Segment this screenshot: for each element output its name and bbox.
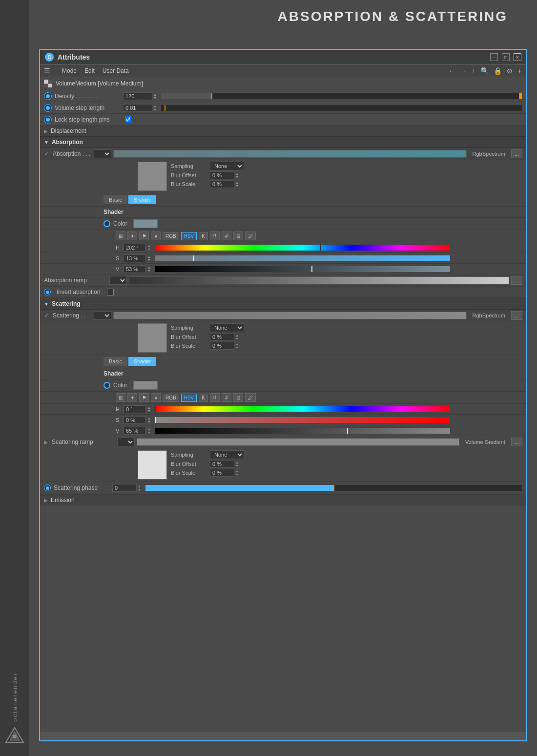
- scattering-ramp-dropdown[interactable]: ▼: [117, 438, 135, 446]
- scattering-phase-input[interactable]: [112, 484, 137, 492]
- scattering-section-header[interactable]: ▼ Scattering: [40, 298, 526, 310]
- scat-icon-star[interactable]: ✦: [127, 393, 137, 402]
- menu-edit[interactable]: Edit: [84, 67, 95, 74]
- volume-step-slider[interactable]: [161, 105, 522, 111]
- scattering-phase-slider[interactable]: [145, 484, 522, 491]
- abs-h-input[interactable]: [124, 244, 145, 252]
- absorption-mode-dropdown[interactable]: ▼: [94, 149, 111, 158]
- abs-v-spinner[interactable]: ▲ ▼: [147, 266, 151, 273]
- scattering-basic-tab[interactable]: Basic: [103, 357, 127, 366]
- abs-hue-bar[interactable]: [155, 244, 451, 251]
- absorption-ramp-dropdown[interactable]: ▼: [109, 276, 127, 285]
- absorption-ramp-ellipsis[interactable]: ...: [511, 276, 522, 285]
- scat-blur-offset-input[interactable]: [210, 333, 234, 341]
- maximize-button[interactable]: □: [502, 53, 510, 61]
- scat-mode-hsv[interactable]: HSV: [181, 394, 197, 402]
- menu-userdata[interactable]: User Data: [103, 67, 129, 74]
- nav-forward[interactable]: →: [459, 67, 468, 75]
- abs-v-input[interactable]: [124, 265, 145, 273]
- scattering-phase-spinner[interactable]: ▲▼: [138, 484, 141, 491]
- abs-icon-hash[interactable]: #: [222, 231, 231, 240]
- absorption-basic-tab[interactable]: Basic: [103, 195, 127, 204]
- scat-ramp-blur-scale-spinner[interactable]: ▲▼: [235, 469, 239, 476]
- volume-step-input[interactable]: [123, 104, 152, 112]
- abs-icon-flag[interactable]: ⚑: [139, 231, 149, 240]
- abs-icon-curve[interactable]: ∧: [151, 231, 161, 240]
- abs-h-spinner[interactable]: ▲ ▼: [147, 244, 151, 251]
- emission-section[interactable]: ▶ Emission: [40, 495, 526, 505]
- abs-mode-k[interactable]: K: [199, 232, 208, 240]
- volume-step-spinner[interactable]: ▲ ▼: [153, 105, 157, 111]
- abs-icon-star[interactable]: ✦: [127, 231, 137, 240]
- absorption-color-radio[interactable]: [103, 220, 110, 227]
- hamburger-icon[interactable]: ☰: [44, 67, 50, 75]
- scat-icon-hash[interactable]: #: [222, 393, 231, 402]
- absorption-color-swatch[interactable]: [133, 219, 158, 228]
- density-spinner[interactable]: ▲ ▼: [153, 93, 157, 100]
- blur-scale-spinner[interactable]: ▲▼: [235, 181, 239, 188]
- scat-icon-curve[interactable]: ∧: [151, 393, 161, 402]
- scattering-ellipsis-button[interactable]: ...: [511, 311, 522, 320]
- scat-s-input[interactable]: [124, 416, 145, 424]
- lock-step-checkbox[interactable]: [125, 116, 131, 123]
- scat-ramp-blur-offset-spinner[interactable]: ▲▼: [235, 461, 239, 467]
- scat-s-spinner[interactable]: ▲ ▼: [147, 417, 151, 423]
- scat-icon-flag[interactable]: ⚑: [139, 393, 149, 402]
- scat-ramp-blur-offset-input[interactable]: [210, 460, 234, 468]
- scat-icon-dots2[interactable]: ⠿: [210, 393, 220, 402]
- scat-blur-offset-spinner[interactable]: ▲▼: [235, 334, 239, 340]
- scat-icon-grid2[interactable]: ⊟: [233, 393, 243, 402]
- scattering-ramp-ellipsis[interactable]: ...: [511, 438, 522, 446]
- abs-val-bar[interactable]: [155, 266, 451, 273]
- scat-v-spinner[interactable]: ▲ ▼: [147, 427, 151, 434]
- invert-absorption-checkbox[interactable]: [107, 289, 114, 295]
- scat-sat-bar[interactable]: [155, 417, 451, 423]
- scat-h-spinner[interactable]: ▲ ▼: [147, 406, 151, 413]
- scat-blur-scale-spinner[interactable]: ▲▼: [235, 342, 239, 349]
- abs-icon-grid2[interactable]: ⊟: [233, 231, 243, 240]
- abs-icon-eyedrop[interactable]: 🖊: [245, 231, 256, 240]
- blur-offset-input[interactable]: [210, 171, 234, 179]
- scat-icon-grid[interactable]: ⊞: [116, 393, 125, 402]
- abs-icon-dots2[interactable]: ⠿: [210, 231, 220, 240]
- scattering-color-radio[interactable]: [103, 382, 110, 389]
- abs-mode-rgb[interactable]: RGB: [163, 232, 179, 240]
- abs-s-input[interactable]: [124, 254, 145, 262]
- density-input[interactable]: [123, 92, 152, 100]
- abs-sat-bar[interactable]: [155, 255, 451, 262]
- scat-mode-rgb[interactable]: RGB: [163, 394, 179, 402]
- scat-mode-k[interactable]: K: [199, 394, 208, 402]
- displacement-section[interactable]: ▶ Displacement: [40, 126, 526, 137]
- nav-lock[interactable]: 🔒: [493, 67, 503, 75]
- scattering-mode-dropdown[interactable]: ▼: [94, 311, 111, 320]
- nav-back[interactable]: ←: [448, 67, 456, 75]
- scat-hue-bar[interactable]: [155, 406, 451, 413]
- scat-blur-scale-input[interactable]: [210, 342, 234, 350]
- blur-scale-input[interactable]: [210, 180, 234, 188]
- scat-ramp-sampling-dropdown[interactable]: None: [210, 450, 244, 459]
- nav-up[interactable]: ↑: [471, 67, 476, 75]
- panel-content[interactable]: Density . . . . . . . ▲ ▼ Volume step le…: [40, 90, 526, 732]
- menu-mode[interactable]: Mode: [62, 67, 77, 74]
- abs-icon-grid[interactable]: ⊞: [116, 231, 125, 240]
- absorption-ellipsis-button[interactable]: ...: [511, 149, 522, 158]
- nav-add[interactable]: +: [516, 67, 522, 75]
- absorption-shader-tab[interactable]: Shader: [128, 195, 156, 204]
- scat-v-input[interactable]: [124, 427, 145, 435]
- scat-icon-eyedrop[interactable]: 🖊: [245, 393, 256, 402]
- density-slider[interactable]: [161, 93, 522, 100]
- nav-target[interactable]: ⊙: [506, 67, 514, 75]
- scat-ramp-blur-scale-input[interactable]: [210, 469, 234, 477]
- scattering-color-swatch[interactable]: [133, 381, 158, 390]
- absorption-section-header[interactable]: ▼ Absorption: [40, 137, 526, 148]
- scat-h-input[interactable]: [124, 405, 145, 413]
- nav-search[interactable]: 🔍: [479, 67, 490, 75]
- minimize-button[interactable]: —: [490, 53, 498, 61]
- scat-val-bar[interactable]: [155, 427, 451, 434]
- scattering-shader-tab[interactable]: Shader: [128, 357, 156, 366]
- abs-s-spinner[interactable]: ▲ ▼: [147, 255, 151, 262]
- blur-offset-spinner[interactable]: ▲▼: [235, 172, 239, 179]
- abs-mode-hsv[interactable]: HSV: [181, 232, 197, 240]
- close-button[interactable]: ×: [514, 53, 521, 61]
- scattering-sampling-dropdown[interactable]: None: [210, 323, 244, 332]
